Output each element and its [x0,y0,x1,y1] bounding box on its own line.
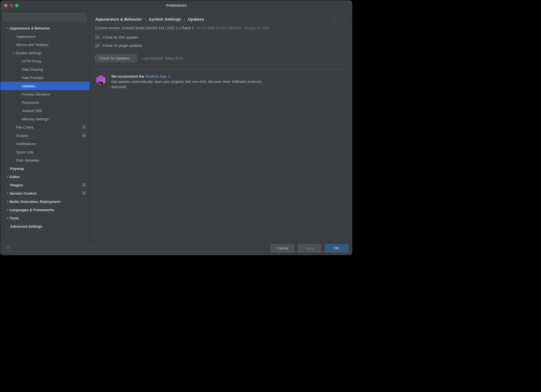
traffic-lights [4,4,18,7]
tree-label: Editor [10,175,20,179]
crumb-updates: Updates [188,17,204,21]
tree-appearance-behavior[interactable]: Appearance & Behavior [0,24,90,32]
promo-prefix: We recommend the [111,74,145,78]
forward-icon[interactable]: → [342,16,347,22]
tree-system-settings[interactable]: System Settings [0,49,90,57]
cancel-button[interactable]: Cancel [271,244,294,252]
chevron-right-icon [5,176,10,178]
tree-advanced[interactable]: Advanced Settings [0,222,90,230]
tree-path-variables[interactable]: Path Variables [0,156,90,164]
content-panel: Appearance & Behavior › System Settings … [90,11,352,241]
tree-label: File Colors [16,125,33,129]
tree-data-sharing[interactable]: Data Sharing [0,65,90,74]
version-build: AI-221.6008.13.2211.9514443 [197,26,241,30]
project-level-icon [82,126,86,129]
current-version: Current version: Android Studio Electric… [90,22,352,30]
ok-button[interactable]: OK [325,244,348,252]
tree-appearance[interactable]: Appearance [0,32,90,40]
tree-label: Menus and Toolbars [16,43,48,47]
tree-version-control[interactable]: Version Control [0,189,90,197]
tree-label: Appearance [16,34,36,39]
tree-passwords[interactable]: Passwords [0,98,90,107]
tree-label: Quick Lists [16,150,34,154]
check-for-updates-button[interactable]: Check for Updates… [95,54,137,62]
tree-label: Android SDK [22,109,42,113]
sidebar: Appearance & Behavior Appearance Menus a… [0,11,90,241]
toolbox-app-link[interactable]: Toolbox App [145,74,167,78]
titlebar: Preferences [0,0,352,11]
tree-build[interactable]: Build, Execution, Deployment [0,197,90,206]
crumb-system-settings[interactable]: System Settings [149,17,181,21]
tree-label: Build, Execution, Deployment [10,200,60,204]
tree-label: Date Formats [22,76,44,80]
preferences-window: Preferences Appear [0,0,352,255]
last-checked-label: Last checked: Today 09:30 [142,56,183,60]
check-ide-updates-label: Check for IDE updates [102,35,139,39]
tree-label: Plugins [10,183,23,187]
tree-label: Version Control [10,191,36,195]
footer: ? Cancel Apply OK [0,241,352,255]
chevron-right-icon [5,209,10,211]
close-icon[interactable] [4,4,7,7]
tree-label: System Settings [16,51,42,55]
chevron-right-icon [5,200,10,203]
tree-notifications[interactable]: Notifications [0,140,90,148]
tree-label: Advanced Settings [10,224,42,228]
tree-label: Tools [10,216,19,220]
toolbox-app-icon [95,75,106,86]
project-level-icon [82,192,86,195]
check-plugin-updates-label: Check for plugin updates [102,43,142,48]
back-icon[interactable]: ← [332,16,337,22]
external-link-icon: ↗ [168,75,170,78]
tree-label: Languages & Frameworks [10,208,54,212]
project-level-icon [82,134,86,137]
tree-updates[interactable]: Updates [0,82,90,90]
chevron-right-icon: › [184,17,185,21]
tree-label: Passwords [22,100,39,105]
chevron-down-icon [11,52,16,54]
tree-scopes[interactable]: Scopes [0,131,90,140]
tree-http-proxy[interactable]: HTTP Proxy [0,57,90,65]
tree-process-elevation[interactable]: Process Elevation [0,90,90,98]
tree-quick-lists[interactable]: Quick Lists [0,148,90,156]
help-button[interactable]: ? [4,245,11,252]
breadcrumb: Appearance & Behavior › System Settings … [95,17,204,21]
search-input[interactable] [3,13,87,21]
tree-label: Data Sharing [22,67,43,72]
version-value: Android Studio Electric Eel | 2022.1.1 P… [121,26,194,30]
chevron-right-icon [5,192,10,195]
settings-tree[interactable]: Appearance & Behavior Appearance Menus a… [0,23,90,241]
tree-memory-settings[interactable]: Memory Settings [0,115,90,123]
tree-keymap[interactable]: Keymap [0,164,90,173]
check-ide-updates-checkbox[interactable] [95,35,100,39]
tree-plugins[interactable]: Plugins [0,181,90,189]
tree-editor[interactable]: Editor [0,173,90,181]
tree-file-colors[interactable]: File Colors [0,123,90,131]
tree-android-sdk[interactable]: Android SDK [0,107,90,115]
promo-body: Get updates automatically, open your pro… [111,80,262,89]
minimize-icon[interactable] [10,4,13,7]
tree-date-formats[interactable]: Date Formats [0,74,90,82]
project-level-icon [82,183,86,187]
maximize-icon[interactable] [15,4,18,7]
tree-label: Process Elevation [22,92,50,96]
chevron-down-icon [5,27,10,29]
chevron-right-icon [5,217,10,219]
tree-languages[interactable]: Languages & Frameworks [0,206,90,214]
version-label: Current version: [95,26,121,30]
chevron-right-icon: › [145,17,146,21]
window-title: Preferences [0,3,352,7]
tree-menus-toolbars[interactable]: Menus and Toolbars [0,40,90,49]
crumb-appearance-behavior[interactable]: Appearance & Behavior [95,17,142,21]
tree-label: Updates [22,84,35,88]
tree-label: Appearance & Behavior [10,26,50,30]
tree-label: Memory Settings [22,117,49,121]
svg-rect-4 [99,84,101,84]
apply-button[interactable]: Apply [298,244,321,252]
check-plugin-updates-checkbox[interactable] [95,43,100,48]
tree-label: Scopes [16,134,28,138]
tree-label: Path Variables [16,158,39,162]
tree-label: Notifications [16,142,36,146]
tree-tools[interactable]: Tools [0,214,90,222]
version-date: January 21, 2023 [244,26,270,30]
